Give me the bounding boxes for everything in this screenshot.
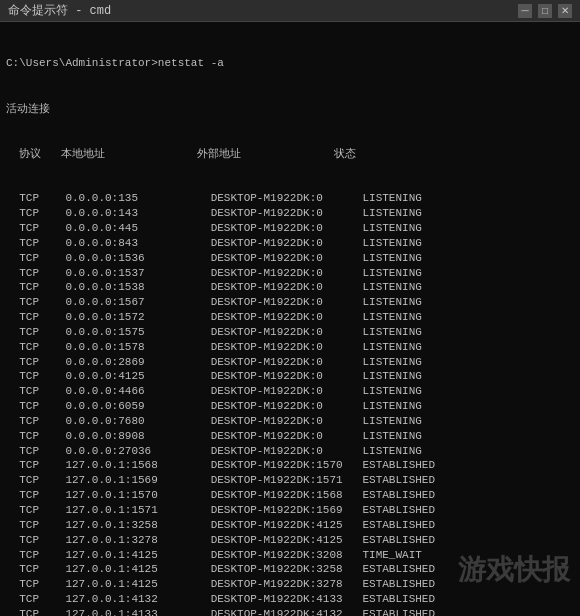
minimize-button[interactable]: ─ bbox=[518, 4, 532, 18]
table-row: TCP 127.0.0.1:1569 DESKTOP-M1922DK:1571 … bbox=[6, 473, 574, 488]
table-row: TCP 0.0.0.0:1575 DESKTOP-M1922DK:0 LISTE… bbox=[6, 325, 574, 340]
table-row: TCP 0.0.0.0:7680 DESKTOP-M1922DK:0 LISTE… bbox=[6, 414, 574, 429]
table-row: TCP 127.0.0.1:4125 DESKTOP-M1922DK:3208 … bbox=[6, 548, 574, 563]
table-row: TCP 127.0.0.1:1570 DESKTOP-M1922DK:1568 … bbox=[6, 488, 574, 503]
header-row: 协议 本地地址 外部地址 状态 bbox=[6, 147, 574, 162]
table-row: TCP 127.0.0.1:4133 DESKTOP-M1922DK:4132 … bbox=[6, 607, 574, 616]
table-row: TCP 127.0.0.1:4125 DESKTOP-M1922DK:3258 … bbox=[6, 562, 574, 577]
table-row: TCP 127.0.0.1:1571 DESKTOP-M1922DK:1569 … bbox=[6, 503, 574, 518]
table-row: TCP 0.0.0.0:4125 DESKTOP-M1922DK:0 LISTE… bbox=[6, 369, 574, 384]
maximize-button[interactable]: □ bbox=[538, 4, 552, 18]
table-row: TCP 0.0.0.0:843 DESKTOP-M1922DK:0 LISTEN… bbox=[6, 236, 574, 251]
cmd-prompt: C:\Users\Administrator>netstat -a bbox=[6, 56, 574, 71]
table-row: TCP 127.0.0.1:4125 DESKTOP-M1922DK:3278 … bbox=[6, 577, 574, 592]
window-title: 命令提示符 - cmd bbox=[8, 2, 111, 19]
table-row: TCP 0.0.0.0:1572 DESKTOP-M1922DK:0 LISTE… bbox=[6, 310, 574, 325]
table-row: TCP 0.0.0.0:8908 DESKTOP-M1922DK:0 LISTE… bbox=[6, 429, 574, 444]
window-controls: ─ □ ✕ bbox=[518, 4, 572, 18]
table-row: TCP 0.0.0.0:6059 DESKTOP-M1922DK:0 LISTE… bbox=[6, 399, 574, 414]
rows-container: TCP 0.0.0.0:135 DESKTOP-M1922DK:0 LISTEN… bbox=[6, 191, 574, 616]
table-row: TCP 127.0.0.1:3258 DESKTOP-M1922DK:4125 … bbox=[6, 518, 574, 533]
table-row: TCP 0.0.0.0:1536 DESKTOP-M1922DK:0 LISTE… bbox=[6, 251, 574, 266]
table-row: TCP 0.0.0.0:2869 DESKTOP-M1922DK:0 LISTE… bbox=[6, 355, 574, 370]
table-row: TCP 0.0.0.0:4466 DESKTOP-M1922DK:0 LISTE… bbox=[6, 384, 574, 399]
close-button[interactable]: ✕ bbox=[558, 4, 572, 18]
terminal-body: C:\Users\Administrator>netstat -a 活动连接 协… bbox=[0, 22, 580, 616]
table-row: TCP 0.0.0.0:27036 DESKTOP-M1922DK:0 LIST… bbox=[6, 444, 574, 459]
window-titlebar: 命令提示符 - cmd ─ □ ✕ bbox=[0, 0, 580, 22]
section-title: 活动连接 bbox=[6, 102, 574, 117]
table-row: TCP 0.0.0.0:135 DESKTOP-M1922DK:0 LISTEN… bbox=[6, 191, 574, 206]
table-row: TCP 0.0.0.0:143 DESKTOP-M1922DK:0 LISTEN… bbox=[6, 206, 574, 221]
table-row: TCP 0.0.0.0:1538 DESKTOP-M1922DK:0 LISTE… bbox=[6, 280, 574, 295]
table-row: TCP 127.0.0.1:3278 DESKTOP-M1922DK:4125 … bbox=[6, 533, 574, 548]
table-row: TCP 127.0.0.1:4132 DESKTOP-M1922DK:4133 … bbox=[6, 592, 574, 607]
table-row: TCP 0.0.0.0:1567 DESKTOP-M1922DK:0 LISTE… bbox=[6, 295, 574, 310]
table-row: TCP 127.0.0.1:1568 DESKTOP-M1922DK:1570 … bbox=[6, 458, 574, 473]
table-row: TCP 0.0.0.0:1537 DESKTOP-M1922DK:0 LISTE… bbox=[6, 266, 574, 281]
table-row: TCP 0.0.0.0:1578 DESKTOP-M1922DK:0 LISTE… bbox=[6, 340, 574, 355]
table-row: TCP 0.0.0.0:445 DESKTOP-M1922DK:0 LISTEN… bbox=[6, 221, 574, 236]
